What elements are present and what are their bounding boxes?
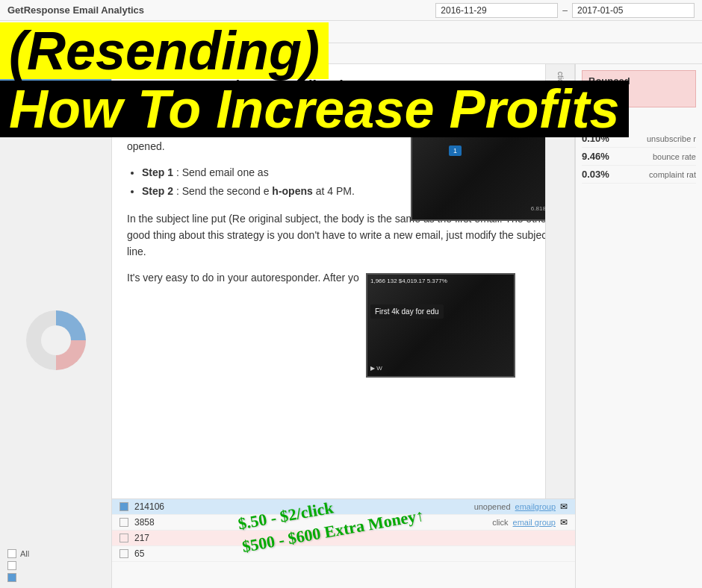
sent-value: Sent: 230254 bbox=[7, 81, 104, 90]
video-overlay-text-1: $270 bbox=[417, 115, 430, 122]
campaign-row: Campaign Select campaign... bbox=[0, 21, 702, 43]
sidebar-bottom: All bbox=[0, 543, 111, 588]
bounced-box: Bounced 21782 bbox=[582, 70, 696, 107]
video-caption-2: First 4k day for edu bbox=[370, 304, 444, 319]
app-title: GetResponse Email Analytics bbox=[7, 4, 144, 16]
campaign-select[interactable]: Select campaign... bbox=[53, 24, 277, 40]
stat-row-2: 0.03% complaint rat bbox=[582, 166, 696, 184]
row2-check bbox=[119, 534, 128, 542]
row0-check bbox=[119, 502, 128, 511]
step2-end: at 4 PM. bbox=[316, 185, 355, 197]
table-row-1: 3858 click email group ✉ bbox=[112, 515, 575, 531]
stat-label-0: unsubscribe r bbox=[647, 134, 696, 143]
step2-bold-opens: h-opens bbox=[272, 185, 312, 197]
pie-chart-area bbox=[0, 137, 111, 543]
row3-check bbox=[119, 549, 128, 558]
stat-label-1: bounce rate bbox=[653, 152, 696, 161]
row1-check bbox=[119, 518, 128, 527]
stat-label-2: complaint rat bbox=[649, 170, 696, 179]
video-thumbnail-2[interactable]: 1,966 132 $4,019.17 5.377% First 4k day … bbox=[366, 273, 515, 378]
total-sent-row: Total sent : bbox=[0, 119, 111, 137]
stat-row-1: 9.46% bounce rate bbox=[582, 148, 696, 166]
action-label: ction bbox=[556, 72, 565, 87]
sent-number: 230254 bbox=[29, 81, 57, 90]
summary-button[interactable]: Summary bbox=[6, 101, 55, 114]
right-sidebar: Bounced 21782 Pin 0.10% unsubscribe r 9.… bbox=[575, 64, 702, 588]
video-screen-2: 1,966 132 $4,019.17 5.377% First 4k day … bbox=[367, 275, 514, 376]
video-screen-1: $270 2,465 132 $4,019.17 5.377% 1 6.818% bbox=[412, 110, 559, 219]
sidebar-item-all: All bbox=[7, 548, 104, 560]
newsletter-label: Newsletter bbox=[7, 49, 50, 59]
nl-tab-nov16[interactable]: • November 16... bbox=[55, 47, 129, 60]
row0-value: 214106 bbox=[134, 501, 468, 512]
table-row-3: 65 bbox=[112, 546, 575, 562]
total-label: Total bbox=[7, 70, 104, 81]
sent-label: Sent: bbox=[7, 81, 27, 90]
video-thumbnail-1[interactable]: $270 2,465 132 $4,019.17 5.377% 1 6.818% bbox=[411, 109, 560, 221]
pie-chart bbox=[19, 303, 93, 378]
sidebar-item-check2 bbox=[7, 572, 104, 584]
summary-unique-row: Summary Unique bbox=[0, 96, 111, 119]
row0-tag: unopened bbox=[474, 502, 511, 511]
left-sidebar: Total Sent: 230254 Summary Unique Total … bbox=[0, 64, 112, 588]
stat-pct-1: 9.46% bbox=[582, 151, 609, 162]
row1-icon: ✉ bbox=[560, 517, 568, 528]
row3-value: 65 bbox=[134, 548, 568, 559]
row1-link[interactable]: email group bbox=[513, 518, 556, 527]
check-1 bbox=[7, 561, 16, 570]
row1-tag: click bbox=[492, 518, 508, 527]
date-from-input[interactable] bbox=[435, 3, 558, 18]
row0-link[interactable]: emailgroup bbox=[515, 502, 556, 511]
step2-bold-label: Step 2 bbox=[142, 185, 173, 197]
step1-bold: Step 1 bbox=[142, 166, 173, 178]
campaign-label: Campaign bbox=[7, 27, 49, 37]
svg-point-1 bbox=[41, 325, 71, 355]
step2-text: : Send the second e bbox=[176, 185, 270, 197]
top-bar: GetResponse Email Analytics – bbox=[0, 0, 702, 21]
video-bottom-2: ▶ W bbox=[370, 365, 382, 372]
row0-icon: ✉ bbox=[560, 501, 568, 512]
pin-link[interactable]: Pin bbox=[582, 115, 696, 124]
table-row-2: 217 bbox=[112, 531, 575, 546]
bottom-table: 214106 unopened emailgroup ✉ 3858 click … bbox=[112, 498, 575, 588]
total-sent-label: Total sent : bbox=[7, 123, 47, 132]
total-box: Total Sent: 230254 bbox=[0, 64, 111, 96]
step1-text: : Send email one as bbox=[176, 166, 269, 178]
date-range: – bbox=[435, 3, 695, 18]
video-numbers-1: 2,465 132 $4,019.17 5.377% 1 bbox=[417, 125, 494, 154]
sidebar-item-check1 bbox=[7, 560, 104, 572]
check-all bbox=[7, 549, 16, 558]
date-to-input[interactable] bbox=[572, 3, 695, 18]
bounced-label: Bounced bbox=[588, 75, 689, 87]
nl-tab-xmas[interactable]: XMAS... bbox=[134, 47, 177, 60]
unique-button[interactable]: Unique bbox=[58, 101, 97, 114]
stat-pct-0: 0.10% bbox=[582, 133, 609, 144]
table-row-0: 214106 unopened emailgroup ✉ bbox=[112, 499, 575, 515]
bounced-value: 21782 bbox=[588, 87, 689, 102]
action-column: ction bbox=[545, 64, 575, 498]
body2-start: In the subject line put (Re bbox=[127, 213, 246, 225]
nl-tab-announcement[interactable]: Announcement bbox=[181, 47, 250, 60]
stat-row-0: 0.10% unsubscribe r bbox=[582, 130, 696, 148]
check-2 bbox=[7, 573, 16, 582]
stat-pct-2: 0.03% bbox=[582, 169, 609, 180]
row2-value: 217 bbox=[134, 533, 568, 543]
article-title: Strategy – Send Two Emails Si bbox=[127, 76, 560, 96]
date-separator: – bbox=[562, 5, 568, 16]
row1-value: 3858 bbox=[134, 517, 486, 528]
video-header-2: 1,966 132 $4,019.17 5.377% bbox=[370, 278, 447, 284]
newsletter-row: Newsletter • November 16... XMAS... Anno… bbox=[0, 43, 702, 64]
